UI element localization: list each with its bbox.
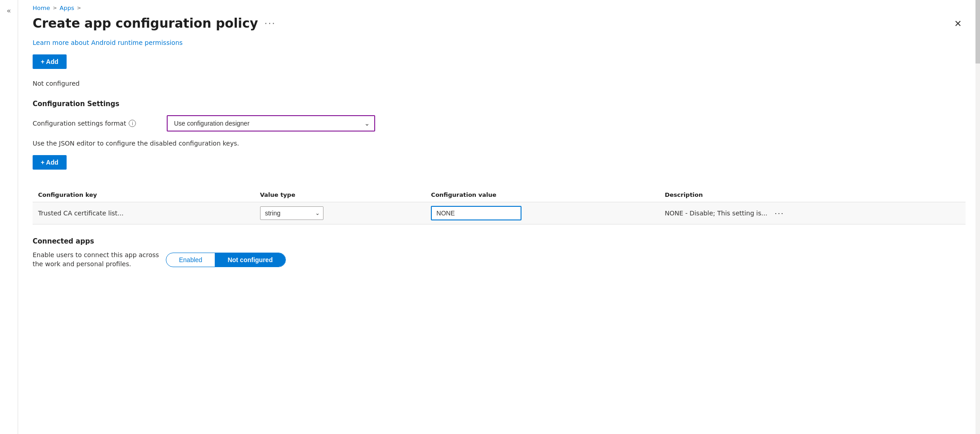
enable-connect-label: Enable users to connect this app across …	[33, 251, 159, 268]
connected-apps-title: Connected apps	[33, 237, 966, 245]
description-cell: NONE - Disable; This setting is... ···	[659, 202, 966, 224]
close-button[interactable]: ✕	[951, 17, 966, 30]
content-area: Learn more about Android runtime permiss…	[18, 38, 980, 434]
scrollbar-track	[975, 0, 980, 434]
config-format-info-icon[interactable]: i	[129, 120, 136, 127]
not-configured-label: Not configured	[33, 80, 966, 87]
col-header-config-value: Configuration value	[425, 188, 659, 202]
table-row: Trusted CA certificate list... string in…	[33, 202, 966, 224]
config-format-label: Configuration settings format i	[33, 120, 159, 127]
config-value-cell	[425, 202, 659, 224]
config-format-dropdown[interactable]: Use configuration designer Enter JSON da…	[167, 115, 375, 132]
toggle-enabled-option[interactable]: Enabled	[166, 253, 215, 267]
breadcrumb-sep-1: >	[53, 5, 57, 11]
config-key-cell: Trusted CA certificate list...	[33, 202, 255, 224]
enable-connect-row: Enable users to connect this app across …	[33, 251, 966, 268]
value-type-select-wrapper: string integer boolean ⌄	[260, 206, 323, 220]
table-header-row: Configuration key Value type Configurati…	[33, 188, 966, 202]
toggle-not-configured-option[interactable]: Not configured	[215, 253, 285, 267]
sidebar-collapse-panel: «	[0, 0, 18, 434]
config-format-row: Configuration settings format i Use conf…	[33, 115, 966, 132]
breadcrumb: Home > Apps >	[18, 0, 980, 14]
breadcrumb-sep-2: >	[77, 5, 81, 11]
config-value-input[interactable]	[431, 206, 521, 220]
configuration-table: Configuration key Value type Configurati…	[33, 188, 966, 224]
row-more-button[interactable]: ···	[772, 208, 787, 219]
col-header-value-type: Value type	[255, 188, 426, 202]
configuration-settings-section: Configuration Settings Configuration set…	[33, 100, 966, 224]
configuration-settings-title: Configuration Settings	[33, 100, 966, 108]
config-format-dropdown-wrapper: Use configuration designer Enter JSON da…	[167, 115, 375, 132]
add-button-2[interactable]: + Add	[33, 155, 67, 170]
col-header-description: Description	[659, 188, 966, 202]
collapse-sidebar-icon[interactable]: «	[7, 6, 11, 15]
add-button-1[interactable]: + Add	[33, 54, 67, 69]
breadcrumb-apps[interactable]: Apps	[60, 5, 74, 11]
scrollbar-thumb[interactable]	[975, 0, 980, 63]
value-type-cell: string integer boolean ⌄	[255, 202, 426, 224]
learn-more-link[interactable]: Learn more about Android runtime permiss…	[33, 39, 183, 46]
page-header: Create app configuration policy ··· ✕	[18, 14, 980, 38]
toggle-group: Enabled Not configured	[166, 253, 286, 267]
col-header-config-key: Configuration key	[33, 188, 255, 202]
breadcrumb-home[interactable]: Home	[33, 5, 50, 11]
json-editor-hint: Use the JSON editor to configure the dis…	[33, 140, 966, 147]
header-more-icon[interactable]: ···	[265, 18, 276, 29]
description-text: NONE - Disable; This setting is...	[665, 210, 767, 217]
page-title: Create app configuration policy	[33, 16, 258, 31]
main-panel: Home > Apps > Create app configuration p…	[18, 0, 980, 434]
value-type-dropdown[interactable]: string integer boolean	[260, 206, 323, 220]
connected-apps-section: Connected apps Enable users to connect t…	[33, 237, 966, 268]
